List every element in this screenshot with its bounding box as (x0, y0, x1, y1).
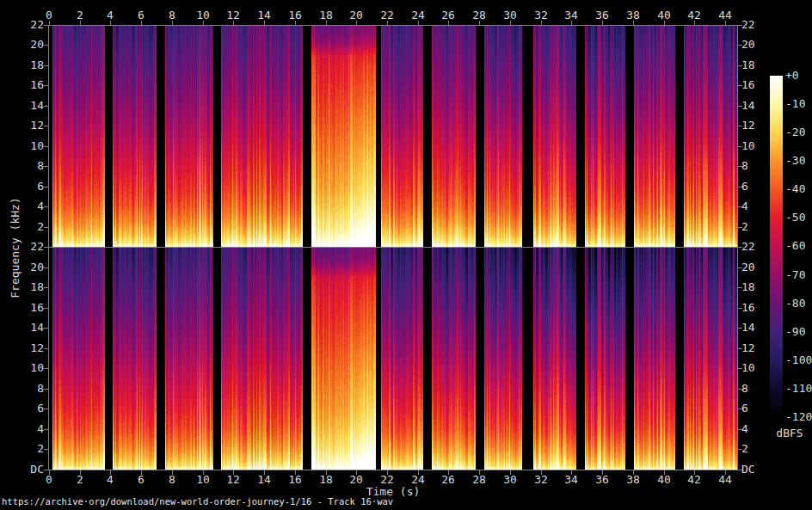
freq-tick-left (44, 409, 48, 409)
channel-separator-line (48, 247, 738, 248)
freq-tick-label-left: 14 (0, 322, 44, 334)
time-tick-label-top: 6 (126, 9, 157, 22)
freq-tick-label-left: 12 (0, 120, 44, 132)
time-tick-label-bottom: 36 (587, 474, 618, 486)
freq-tick-label-left: 6 (0, 402, 44, 415)
freq-tick-label-left: 6 (0, 181, 44, 193)
bottom-axis-line (48, 470, 738, 470)
freq-tick-left (44, 267, 48, 268)
time-tick-label-bottom: 40 (649, 474, 680, 486)
top-axis-line (48, 25, 738, 26)
time-tick-label-bottom: 42 (679, 474, 710, 486)
time-tick-label-bottom: 12 (218, 474, 249, 486)
freq-tick-label-left: 14 (0, 100, 44, 112)
freq-tick-label-right: 4 (741, 200, 748, 212)
time-tick-label-top: 30 (495, 9, 526, 22)
freq-tick-label-right: 18 (741, 59, 755, 71)
freq-tick-label-right: 14 (741, 322, 755, 334)
freq-tick-left (44, 85, 48, 86)
time-tick-label-bottom: 2 (65, 474, 95, 486)
time-tick-label-top: 40 (649, 9, 680, 22)
dc-label-left: DC (0, 464, 44, 476)
time-tick-label-top: 18 (311, 9, 341, 22)
time-tick-label-bottom: 32 (526, 474, 557, 486)
freq-tick-label-right: 20 (741, 261, 755, 273)
freq-tick-label-right: 22 (741, 241, 755, 253)
freq-tick-left (44, 106, 48, 107)
time-tick-label-bottom: 44 (710, 474, 741, 486)
freq-tick-left (44, 368, 48, 369)
time-tick-label-bottom: 6 (126, 474, 157, 486)
colorbar-tick-label: -50 (785, 212, 805, 224)
freq-tick-label-right: 22 (741, 19, 755, 31)
freq-tick-label-left: 4 (0, 200, 44, 212)
freq-tick-label-right: 8 (741, 160, 748, 172)
freq-tick-label-right: 2 (741, 221, 748, 233)
freq-tick-label-left: 18 (0, 59, 44, 71)
colorbar-tick-label: -70 (785, 269, 805, 281)
time-tick-label-top: 36 (587, 9, 618, 22)
time-tick-label-bottom: 4 (95, 474, 126, 486)
time-tick-label-top: 44 (710, 9, 741, 22)
colorbar-tick-label: -110 (785, 383, 812, 395)
colorbar-tick-label: -30 (785, 155, 805, 167)
freq-tick-label-right: 10 (741, 140, 755, 152)
time-tick-label-bottom: 34 (556, 474, 587, 486)
colorbar-unit-label: dBFS (768, 427, 811, 439)
freq-tick-left (44, 287, 48, 288)
freq-tick-label-left: 20 (0, 39, 44, 51)
freq-tick-label-left: 2 (0, 221, 44, 233)
time-tick-label-bottom: 26 (433, 474, 464, 486)
spectrogram-channel-left (49, 26, 737, 247)
colorbar-tick-label: -100 (785, 354, 812, 366)
freq-tick-label-left: 18 (0, 281, 44, 293)
time-tick-label-top: 38 (618, 9, 649, 22)
colorbar-tick-label: -20 (785, 126, 805, 138)
right-axis-line (737, 25, 738, 470)
freq-tick-label-right: 8 (741, 383, 748, 395)
freq-tick-left (44, 25, 48, 26)
time-tick-label-top: 26 (433, 9, 464, 22)
freq-tick-left (44, 45, 48, 46)
freq-tick-left (44, 206, 48, 207)
freq-tick-left (44, 126, 48, 126)
freq-tick-left (44, 146, 48, 147)
source-url-text: https://archive·org/download/new-world-o… (2, 496, 393, 507)
freq-tick-label-left: 16 (0, 302, 44, 314)
time-tick-label-top: 22 (372, 9, 403, 22)
time-tick-label-top: 42 (679, 9, 710, 22)
time-tick-label-top: 24 (403, 9, 434, 22)
freq-tick-left (44, 389, 48, 390)
freq-tick-label-right: 12 (741, 120, 755, 132)
freq-tick-label-left: 8 (0, 160, 44, 172)
time-tick-label-top: 2 (65, 9, 95, 22)
colorbar-tick-label: -60 (785, 240, 805, 252)
colorbar-gradient (770, 76, 783, 417)
freq-tick-label-left: 16 (0, 79, 44, 91)
time-tick-label-bottom: 28 (464, 474, 495, 486)
time-tick-label-top: 8 (157, 9, 188, 22)
dc-tick-left (44, 470, 48, 470)
freq-tick-label-right: 10 (741, 362, 755, 374)
time-tick-label-top: 10 (188, 9, 218, 22)
freq-tick-label-right: 6 (741, 181, 748, 193)
spectrogram-channel-right (49, 248, 737, 470)
time-tick-label-bottom: 22 (372, 474, 403, 486)
freq-tick-label-right: 16 (741, 79, 755, 91)
freq-tick-label-right: 16 (741, 302, 755, 314)
time-tick-label-top: 4 (95, 9, 126, 22)
freq-tick-left (44, 166, 48, 167)
time-tick-label-top: 34 (556, 9, 587, 22)
freq-tick-label-right: 14 (741, 100, 755, 112)
colorbar-tick-label: -10 (785, 98, 805, 110)
time-tick-label-top: 16 (280, 9, 311, 22)
time-tick-label-bottom: 8 (157, 474, 188, 486)
freq-tick-label-left: 2 (0, 443, 44, 455)
colorbar-tick-label: -90 (785, 326, 805, 338)
freq-tick-label-right: 6 (741, 402, 748, 415)
time-tick-label-bottom: 0 (34, 474, 65, 486)
freq-tick-left (44, 65, 48, 66)
time-tick-label-bottom: 38 (618, 474, 649, 486)
time-tick-label-bottom: 24 (403, 474, 434, 486)
colorbar-tick-label: -80 (785, 298, 805, 310)
